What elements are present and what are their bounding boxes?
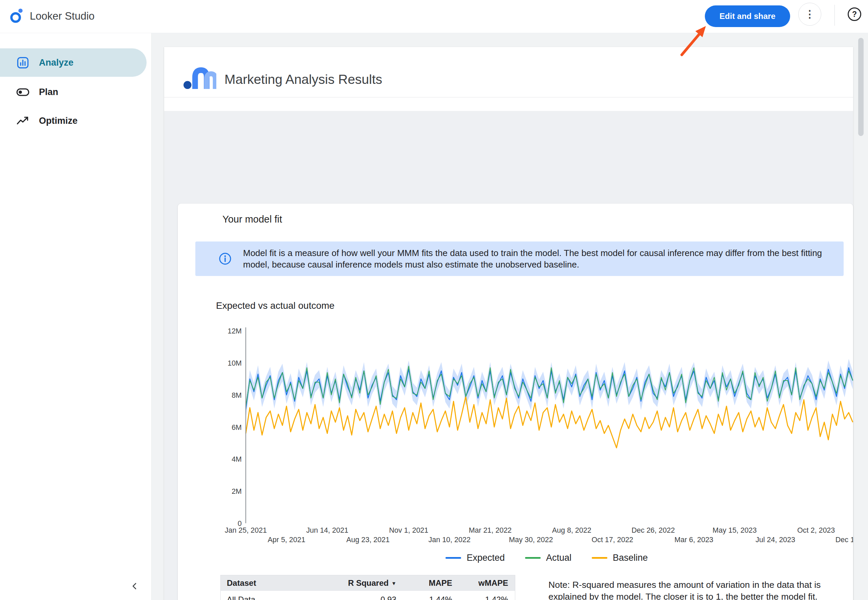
- sidebar-item-analyze[interactable]: Analyze: [0, 48, 147, 77]
- more-vert-icon: ⋮: [805, 9, 815, 19]
- chart-title: Expected vs actual outcome: [216, 300, 334, 311]
- report-canvas: Your model fit Model fit is a measure of…: [164, 111, 853, 600]
- more-options-button[interactable]: ⋮: [798, 3, 821, 26]
- actual-line-swatch: [525, 557, 541, 559]
- svg-text:Dec 11, 2023: Dec 11, 2023: [836, 536, 853, 544]
- expected-vs-actual-chart[interactable]: 02M4M6M8M10M12MJan 25, 2021Apr 5, 2021Ju…: [218, 320, 853, 544]
- baseline-line-swatch: [592, 557, 607, 559]
- left-nav: Analyze Plan Optimize: [0, 33, 152, 600]
- vertical-scrollbar[interactable]: [858, 38, 863, 136]
- sidebar-item-plan[interactable]: Plan: [0, 80, 147, 104]
- sidebar-item-label: Analyze: [39, 58, 73, 68]
- model-fit-card: Your model fit Model fit is a measure of…: [178, 204, 853, 600]
- svg-text:Mar 21, 2022: Mar 21, 2022: [469, 526, 512, 534]
- info-icon: [218, 252, 232, 267]
- svg-text:Aug 23, 2021: Aug 23, 2021: [346, 536, 390, 544]
- trending-up-icon: [15, 114, 30, 128]
- legend-label: Expected: [467, 553, 505, 563]
- analyze-chart-icon: [15, 56, 30, 70]
- legend-item-expected: Expected: [445, 553, 505, 563]
- table-row: All Data 0.93 1.44% 1.42%: [221, 591, 515, 600]
- report-header: Marketing Analysis Results: [164, 47, 853, 97]
- help-button[interactable]: ?: [848, 8, 861, 21]
- svg-text:Dec 26, 2022: Dec 26, 2022: [631, 526, 675, 534]
- svg-text:10M: 10M: [228, 359, 242, 367]
- sidebar-item-label: Plan: [39, 87, 58, 97]
- brand: Looker Studio: [9, 8, 94, 25]
- svg-text:2M: 2M: [231, 487, 242, 495]
- help-icon: ?: [852, 10, 857, 19]
- table-header-row: Dataset R Squared▼ MAPE wMAPE: [221, 575, 515, 591]
- report-title: Marketing Analysis Results: [225, 72, 382, 87]
- report-page: Marketing Analysis Results Your model fi…: [164, 47, 853, 600]
- svg-text:8M: 8M: [231, 391, 242, 400]
- legend-item-baseline: Baseline: [592, 553, 648, 563]
- svg-text:Jan 10, 2022: Jan 10, 2022: [429, 536, 471, 544]
- edit-and-share-button[interactable]: Edit and share: [705, 5, 790, 27]
- header-divider: [164, 97, 853, 97]
- sort-descending-icon: ▼: [391, 580, 397, 586]
- info-banner: Model fit is a measure of how well your …: [195, 241, 844, 276]
- toggle-icon: [15, 85, 30, 100]
- cell-wmape: 1.42%: [459, 595, 515, 600]
- meridian-logo-icon: [183, 60, 216, 92]
- legend-label: Actual: [546, 553, 572, 563]
- svg-text:12M: 12M: [228, 327, 242, 335]
- topbar-divider: [835, 5, 835, 26]
- svg-text:Jun 14, 2021: Jun 14, 2021: [306, 526, 348, 534]
- app-title: Looker Studio: [30, 10, 94, 22]
- report-viewport: Marketing Analysis Results Your model fi…: [152, 33, 868, 600]
- svg-text:6M: 6M: [231, 423, 242, 432]
- svg-text:Oct 17, 2022: Oct 17, 2022: [591, 536, 633, 544]
- svg-text:Oct 2, 2023: Oct 2, 2023: [797, 526, 835, 534]
- svg-text:May 15, 2023: May 15, 2023: [713, 526, 757, 534]
- svg-text:Apr 5, 2021: Apr 5, 2021: [268, 536, 306, 544]
- collapse-sidebar-button[interactable]: [126, 578, 144, 595]
- cell-dataset: All Data: [221, 595, 333, 600]
- looker-studio-app: Looker Studio Edit and share ⋮ ? Analyze: [0, 0, 868, 600]
- cell-mape: 1.44%: [403, 595, 459, 600]
- model-fit-table: Dataset R Squared▼ MAPE wMAPE All Data 0…: [220, 575, 515, 600]
- sidebar-item-label: Optimize: [39, 116, 78, 126]
- column-header-r-squared[interactable]: R Squared▼: [333, 578, 403, 588]
- column-header-mape[interactable]: MAPE: [403, 578, 459, 588]
- cell-r-squared: 0.93: [333, 595, 403, 600]
- chevron-left-icon: [129, 581, 140, 592]
- metrics-note: Note: R-squared measures the amount of v…: [549, 579, 844, 600]
- expected-line-swatch: [445, 557, 461, 559]
- info-banner-text: Model fit is a measure of how well your …: [243, 247, 832, 270]
- svg-text:Mar 6, 2023: Mar 6, 2023: [674, 536, 713, 544]
- svg-text:Jul 24, 2023: Jul 24, 2023: [756, 536, 795, 544]
- sidebar-item-optimize[interactable]: Optimize: [0, 109, 147, 133]
- svg-text:4M: 4M: [231, 455, 242, 464]
- column-header-dataset[interactable]: Dataset: [221, 578, 333, 588]
- svg-text:Nov 1, 2021: Nov 1, 2021: [389, 526, 428, 534]
- legend-item-actual: Actual: [525, 553, 572, 563]
- svg-text:May 30, 2022: May 30, 2022: [509, 536, 553, 544]
- legend-label: Baseline: [613, 553, 648, 563]
- card-heading: Your model fit: [222, 214, 282, 225]
- svg-text:Jan 25, 2021: Jan 25, 2021: [225, 526, 267, 534]
- column-header-wmape[interactable]: wMAPE: [459, 578, 515, 588]
- top-bar: Looker Studio Edit and share ⋮ ?: [0, 0, 868, 33]
- chart-legend: Expected Actual Baseline: [245, 553, 848, 563]
- svg-text:Aug 8, 2022: Aug 8, 2022: [552, 526, 591, 534]
- looker-studio-logo-icon: [9, 8, 24, 25]
